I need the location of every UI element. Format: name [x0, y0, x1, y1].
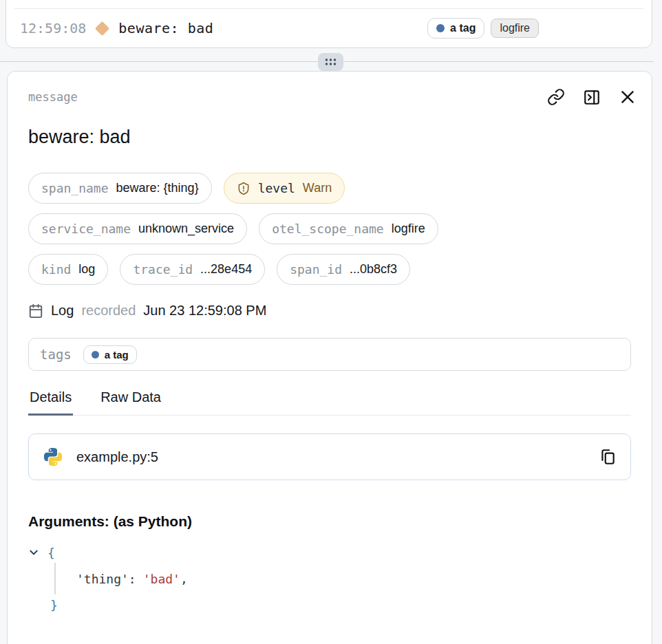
record-kind: Log	[51, 303, 74, 319]
code-string-value: 'bad'	[143, 572, 180, 586]
log-timestamp: 12:59:08	[20, 20, 86, 36]
warn-level-diamond-icon	[95, 21, 109, 35]
attr-pill-trace-id: trace_id ...28e454	[120, 254, 265, 285]
attr-pill-service-name: service_name unknown_service	[28, 213, 247, 244]
log-row-badges: a tag logfire	[427, 18, 539, 39]
attr-value: logfire	[392, 222, 425, 236]
shield-alert-icon	[237, 182, 250, 195]
log-message: beware: bad	[118, 20, 213, 36]
panel-resize-handle[interactable]	[318, 53, 343, 71]
attr-key: trace_id	[133, 262, 193, 277]
attr-pill-level: level Warn	[224, 173, 345, 204]
attr-pill-otel-scope-name: otel_scope_name logfire	[259, 213, 438, 244]
copy-icon[interactable]	[599, 448, 617, 466]
code-comma: ,	[180, 572, 188, 586]
open-brace: {	[47, 546, 55, 560]
attr-key: kind	[41, 262, 71, 277]
open-side-panel-icon[interactable]	[583, 88, 601, 106]
tag-badge-label: a tag	[105, 349, 129, 361]
tags-label: tags	[40, 347, 72, 362]
close-icon[interactable]	[619, 88, 637, 106]
copy-link-icon[interactable]	[547, 88, 565, 106]
log-list-card: 12:59:08 beware: bad a tag logfire	[6, 0, 652, 48]
attr-key: service_name	[41, 222, 131, 236]
tag-dot-icon	[92, 351, 99, 358]
panel-title: beware: bad	[23, 127, 637, 148]
log-row[interactable]: 12:59:08 beware: bad a tag logfire	[14, 8, 643, 47]
tab-raw-data[interactable]: Raw Data	[99, 389, 162, 416]
source-file-line: example.py:5	[76, 449, 158, 465]
panel-field-label: message	[23, 90, 78, 104]
tag-badge[interactable]: a tag	[427, 18, 484, 39]
tag-badge[interactable]: a tag	[83, 345, 137, 364]
tags-box: tags a tag	[28, 338, 631, 371]
grip-dots-icon	[325, 58, 337, 66]
collapse-chevron-icon[interactable]	[28, 547, 39, 558]
attr-key: level	[258, 181, 295, 195]
attr-value: Warn	[303, 181, 332, 195]
attr-value: ...28e454	[200, 262, 252, 277]
attr-pill-span-id: span_id ...0b8cf3	[277, 254, 410, 285]
python-logo-icon	[43, 447, 63, 467]
tag-dot-icon	[436, 24, 445, 32]
tab-details[interactable]: Details	[28, 389, 73, 416]
detail-panel: message beware: bad	[7, 71, 652, 644]
attr-value: ...0b8cf3	[350, 262, 397, 277]
calendar-icon	[28, 303, 43, 319]
attr-pill-kind: kind log	[28, 254, 108, 285]
code-key: 'thing'	[76, 572, 129, 586]
arguments-heading: Arguments: (as Python)	[23, 513, 637, 530]
attr-pill-span-name: span_name beware: {thing}	[28, 173, 212, 204]
attribute-pills: span_name beware: {thing} level Warn ser…	[23, 173, 637, 285]
panel-header-actions	[547, 88, 637, 106]
attr-key: span_id	[290, 262, 342, 277]
source-location-box: example.py:5	[28, 433, 631, 480]
recorded-timestamp-line: Log recorded Jun 23 12:59:08 PM	[23, 303, 637, 319]
tag-badge-label: a tag	[450, 22, 476, 34]
close-brace: }	[50, 598, 58, 612]
attr-value: unknown_service	[138, 222, 234, 236]
attr-key: otel_scope_name	[272, 222, 384, 236]
arguments-code-block: { 'thing':'bad', }	[23, 539, 637, 618]
code-colon: :	[129, 572, 136, 586]
attr-value: beware: {thing}	[116, 181, 199, 195]
record-verb: recorded	[81, 303, 136, 319]
detail-panel-header: message	[23, 88, 637, 106]
indent-guide	[54, 563, 56, 594]
scope-badge[interactable]: logfire	[491, 19, 539, 38]
detail-tabs: Details Raw Data	[28, 389, 631, 416]
attr-value: log	[78, 262, 95, 277]
attr-key: span_name	[41, 181, 109, 195]
record-datetime: Jun 23 12:59:08 PM	[143, 303, 266, 319]
